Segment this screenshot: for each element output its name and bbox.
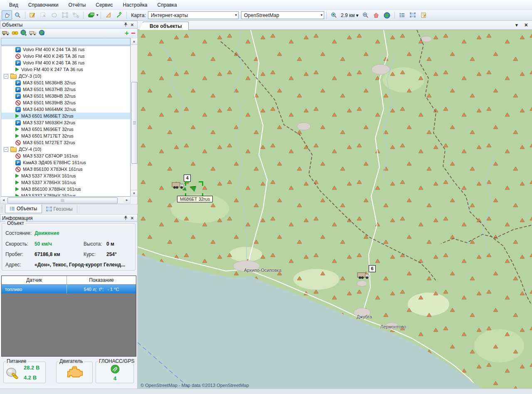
- menu-nastroika[interactable]: Настройка: [118, 1, 152, 9]
- tree-group[interactable]: ДСУ-4 (10): [1, 146, 130, 153]
- tree-item[interactable]: МАЗ 6501 М639НВ 32rus: [1, 99, 130, 106]
- sensor-table: Датчик Показание топливо 540 л; t°: - 1 …: [1, 276, 136, 357]
- menu-spravochniki[interactable]: Справочники: [23, 1, 64, 9]
- tree-item[interactable]: МАЗ 5337 С874ОР 161rus: [1, 153, 130, 159]
- vehicle-marker-truck[interactable]: [357, 271, 369, 280]
- menu-vid[interactable]: Вид: [4, 1, 23, 9]
- satellite-icon: [111, 364, 120, 374]
- tree-item[interactable]: Volvo FM 400 К 244 ТА 36 rus: [1, 46, 130, 53]
- pan-tool-button[interactable]: [2, 10, 12, 20]
- menu-servis[interactable]: Сервис: [91, 1, 118, 9]
- rectangle-tool-button[interactable]: [60, 10, 70, 20]
- place-label: Джубга: [357, 314, 372, 319]
- tree-item[interactable]: МАЗ 5337 М693КН 32rus: [1, 119, 130, 126]
- ellipse-tool-button[interactable]: [49, 10, 59, 20]
- tree-item[interactable]: КамАЗ ЭД405 Е788НС 161rus: [1, 159, 130, 166]
- polygon-tool-button[interactable]: [71, 10, 81, 20]
- offline-icon: [15, 100, 21, 106]
- tree-item[interactable]: Volvo FM 400 К 245 ТА 36 rus: [1, 53, 130, 59]
- close-icon[interactable]: ×: [129, 215, 135, 221]
- sensor-value: 540 л; t°: - 1 °С: [67, 285, 136, 293]
- menu-otchety[interactable]: Отчёты: [63, 1, 91, 9]
- selected-object-marker[interactable]: [185, 181, 203, 198]
- zoom-in-button[interactable]: [329, 10, 339, 20]
- map-layer-combo[interactable]: OpenStreetMap▾: [241, 11, 324, 19]
- sensor-row[interactable]: топливо 540 л; t°: - 1 °С: [2, 285, 136, 293]
- scroll-thumb[interactable]: [7, 197, 118, 204]
- tree-item[interactable]: Volvo FM 400 К 247 ТА 36 rus: [1, 66, 130, 73]
- tree-item[interactable]: МАЗ 6501 М636НВ 32rus: [1, 79, 130, 86]
- tree-item[interactable]: МАЗ 5337 Х786НХ 161rus: [1, 179, 130, 186]
- object-tree[interactable]: Volvo FM 400 К 244 ТА 36 rusVolvo FM 400…: [1, 46, 131, 197]
- show-object-button[interactable]: [2, 30, 10, 37]
- tree-item[interactable]: Volvo FM 400 К 246 ТА 36 rus: [1, 59, 130, 66]
- tree-item[interactable]: МАЗ 5337 Х789НХ 161rus: [1, 192, 130, 197]
- tree-item[interactable]: МАЗ 6501 М727ЕТ 32rus: [1, 139, 130, 146]
- pin-icon[interactable]: [122, 22, 129, 28]
- home-button[interactable]: [371, 10, 382, 20]
- tree-horizontal-scrollbar[interactable]: ◄ ►: [0, 197, 131, 204]
- cluster-count-badge[interactable]: 6: [369, 265, 376, 272]
- globe-icon: [384, 12, 390, 19]
- scroll-up-arrow[interactable]: ▲: [131, 38, 137, 45]
- close-icon[interactable]: ×: [129, 22, 135, 28]
- scroll-thumb[interactable]: [131, 82, 138, 164]
- map-tab-close-icon[interactable]: ×: [525, 22, 528, 28]
- column-reading[interactable]: Показание: [67, 276, 136, 284]
- show-on-map-button[interactable]: [39, 30, 45, 37]
- tree-vertical-scrollbar[interactable]: ▲ ▼: [131, 38, 138, 197]
- zoom-out-button[interactable]: [360, 10, 371, 20]
- globe-add-button[interactable]: [20, 30, 27, 37]
- tree-item[interactable]: МАЗ 6501 М638НВ 32rus: [1, 93, 130, 99]
- parked-icon: [15, 47, 21, 52]
- tree-item[interactable]: МАЗ 6430 М664МК 32rus: [1, 106, 130, 113]
- tab-objects[interactable]: Объекты: [5, 204, 42, 213]
- tree-item[interactable]: МАЗ 856100 Х783НХ 161rus: [1, 166, 130, 172]
- notes-button[interactable]: [419, 10, 429, 20]
- scroll-right-arrow[interactable]: ►: [124, 197, 130, 203]
- pin-icon[interactable]: [122, 215, 129, 221]
- legend-button[interactable]: [397, 10, 407, 20]
- moving-icon: [15, 114, 19, 118]
- menu-spravka[interactable]: Справка: [152, 1, 182, 9]
- follow-object-button[interactable]: [29, 30, 37, 37]
- tree-item[interactable]: МАЗ 6501 М686ЕТ 32rus: [1, 113, 130, 119]
- measure-button[interactable]: [103, 10, 113, 20]
- layers-caret[interactable]: ▾: [96, 13, 99, 17]
- drag-handle[interactable]: [1, 206, 3, 212]
- column-sensor[interactable]: Датчик: [2, 276, 67, 284]
- add-object-button[interactable]: +: [125, 30, 129, 36]
- scroll-left-arrow[interactable]: ◄: [0, 197, 7, 203]
- track-button[interactable]: [114, 10, 124, 20]
- map-provider-combo[interactable]: Интернет-карты▾: [148, 11, 239, 19]
- tree-item[interactable]: МАЗ 6501 М696ЕТ 32rus: [1, 126, 130, 133]
- scale-combo[interactable]: 2.9 км▾: [340, 12, 360, 18]
- tree-item[interactable]: МАЗ 5337 Х785НХ 161rus: [1, 172, 130, 179]
- tab-list-caret-icon[interactable]: ▼: [515, 23, 519, 27]
- folder-icon: [10, 148, 17, 152]
- map-tab-all-objects[interactable]: Все объекты: [143, 22, 189, 30]
- search-objects-button[interactable]: [12, 30, 18, 37]
- tree-group[interactable]: ДСУ-3 (10): [1, 73, 130, 79]
- map-canvas[interactable]: Архипо-Осиповка Джубга Лермонтово 4 М686…: [138, 30, 532, 390]
- zoom-tool-button[interactable]: [12, 10, 23, 20]
- tree-item[interactable]: МАЗ 856100 Х788НХ 161rus: [1, 186, 130, 192]
- expander-icon[interactable]: [4, 74, 8, 79]
- cluster-count-badge[interactable]: 4: [184, 175, 191, 182]
- globe-button[interactable]: [382, 10, 392, 20]
- object-filter-input[interactable]: [1, 38, 131, 45]
- select-region-button[interactable]: [408, 10, 418, 20]
- list-icon: [399, 12, 405, 18]
- layers-button[interactable]: [86, 10, 96, 20]
- chevron-down-icon: ▾: [320, 13, 323, 17]
- scroll-down-arrow[interactable]: ▼: [131, 190, 137, 196]
- remove-object-button[interactable]: −: [131, 31, 135, 36]
- select-cursor-button[interactable]: [38, 10, 49, 20]
- edit-map-button[interactable]: [27, 10, 38, 20]
- tree-item[interactable]: МАЗ 6501 М717ЕТ 32rus: [1, 133, 130, 139]
- expander-icon[interactable]: [4, 147, 8, 152]
- tab-geozones[interactable]: Геозоны: [42, 204, 77, 213]
- objects-panel-title: Объекты: [2, 22, 122, 28]
- tree-item[interactable]: МАЗ 6501 М637НВ 32rus: [1, 86, 130, 93]
- tree-item-label: Volvo FM 400 К 246 ТА 36 rus: [23, 60, 85, 65]
